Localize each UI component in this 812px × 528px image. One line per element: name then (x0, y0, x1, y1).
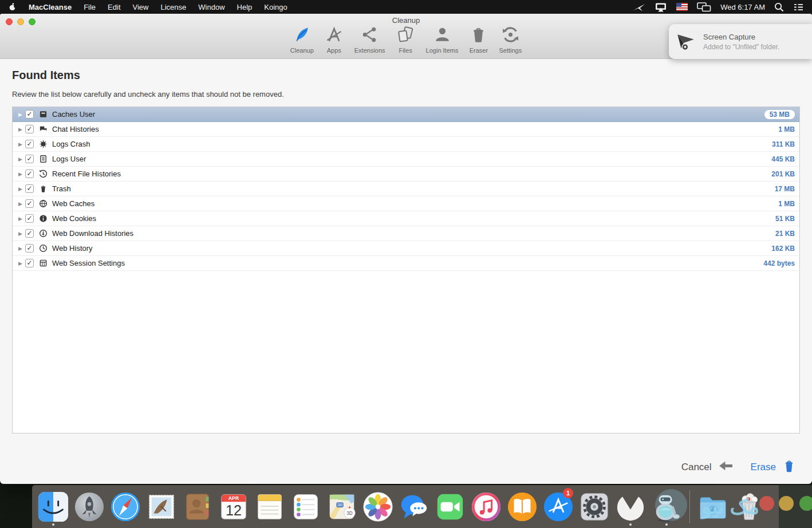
toolbar-files[interactable]: Files (395, 25, 416, 54)
toolbar-cleanup[interactable]: Cleanup (289, 25, 315, 54)
list-row-web-cookies[interactable]: ▶✓Web Cookies51 KB (13, 211, 799, 226)
dock-notes-icon[interactable] (253, 488, 286, 526)
item-checkbox[interactable]: ✓ (25, 229, 34, 238)
dock-finder-icon[interactable] (37, 488, 70, 526)
list-row-caches-user[interactable]: ▶✓Caches User53 MB (13, 107, 799, 122)
menu-file[interactable]: File (84, 3, 96, 11)
dock-system-preferences-icon[interactable] (578, 488, 611, 526)
item-checkbox[interactable]: ✓ (25, 244, 34, 253)
item-label: Recent File Histories (52, 170, 771, 178)
dock-ibooks-icon[interactable] (506, 488, 539, 526)
item-checkbox[interactable]: ✓ (25, 199, 34, 208)
dock-messages-icon[interactable] (397, 488, 431, 526)
item-size: 445 KB (771, 155, 795, 163)
archive-icon (38, 110, 48, 119)
chat-icon (38, 125, 48, 134)
spotlight-search-icon[interactable] (774, 2, 784, 12)
dock-calendar-icon[interactable]: APR12 (217, 488, 250, 526)
toolbar-extensions[interactable]: Extensions (353, 25, 387, 54)
disclosure-triangle-icon[interactable]: ▶ (15, 216, 25, 222)
list-row-chat-histories[interactable]: ▶✓Chat Histories1 MB (13, 122, 799, 137)
list-row-trash[interactable]: ▶✓Trash17 MB (13, 182, 799, 196)
download-icon (38, 229, 48, 238)
item-size: 21 KB (775, 230, 795, 238)
cancel-button[interactable]: Cancel (681, 460, 734, 475)
notification-banner[interactable]: Screen Capture Added to "Unfiled" folder… (669, 24, 812, 59)
dock-reminders-icon[interactable] (289, 488, 322, 526)
screen-capture-bird-icon[interactable] (633, 2, 645, 12)
disclosure-triangle-icon[interactable]: ▶ (15, 141, 25, 147)
item-label: Logs Crash (52, 140, 772, 148)
dock: APR122803D1 (32, 485, 812, 528)
item-checkbox[interactable]: ✓ (25, 184, 34, 193)
dock-trash-full-icon[interactable] (732, 488, 766, 526)
toolbar-label: Files (399, 47, 412, 54)
disclosure-triangle-icon[interactable]: ▶ (15, 231, 25, 237)
disclosure-triangle-icon[interactable]: ▶ (15, 127, 25, 132)
apple-menu-icon[interactable] (8, 2, 17, 11)
item-checkbox[interactable]: ✓ (25, 170, 34, 178)
list-row-web-caches[interactable]: ▶✓Web Caches1 MB (13, 196, 799, 211)
menu-app-name[interactable]: MacCleanse (29, 3, 72, 11)
dock-downloads-icon[interactable] (696, 488, 730, 526)
dock-app-store-icon[interactable]: 1 (542, 488, 575, 526)
toolbar-login-items[interactable]: Login Items (425, 25, 460, 54)
menubar-clock[interactable]: Wed 6:17 AM (720, 3, 765, 11)
disclosure-triangle-icon[interactable]: ▶ (15, 186, 25, 192)
item-label: Web History (52, 244, 771, 253)
notification-title: Screen Capture (703, 33, 779, 41)
maccleanse-window: Cleanup CleanupAppsExtensionsFilesLogin … (0, 14, 812, 484)
us-flag-icon[interactable] (676, 3, 688, 11)
screen-mirroring-icon[interactable] (697, 2, 711, 12)
toolbar-apps[interactable]: Apps (324, 25, 345, 54)
svg-text:3D: 3D (346, 511, 353, 516)
disclosure-triangle-icon[interactable]: ▶ (15, 201, 25, 207)
item-checkbox[interactable]: ✓ (25, 110, 34, 119)
disclosure-triangle-icon[interactable]: ▶ (15, 156, 25, 162)
disclosure-triangle-icon[interactable]: ▶ (15, 246, 25, 251)
menu-license[interactable]: License (160, 3, 186, 11)
item-checkbox[interactable]: ✓ (25, 214, 34, 223)
dock-white-utility-icon[interactable] (614, 488, 647, 526)
menu-view[interactable]: View (133, 3, 149, 11)
disclosure-triangle-icon[interactable]: ▶ (15, 261, 25, 266)
dock-mail-icon[interactable] (145, 488, 178, 526)
toolbar-label: Cleanup (290, 47, 314, 54)
menu-edit[interactable]: Edit (108, 3, 120, 11)
list-row-logs-user[interactable]: ▶✓Logs User445 KB (13, 152, 799, 167)
disclosure-triangle-icon[interactable]: ▶ (15, 112, 25, 117)
item-checkbox[interactable]: ✓ (25, 140, 34, 148)
dock-facetime-icon[interactable] (433, 488, 467, 526)
menu-help[interactable]: Help (237, 3, 253, 11)
notification-center-icon[interactable] (793, 3, 804, 11)
item-label: Logs User (52, 155, 771, 163)
dock-itunes-icon[interactable] (470, 488, 503, 526)
list-row-web-download-histories[interactable]: ▶✓Web Download Histories21 KB (13, 226, 799, 241)
dock-contacts-icon[interactable] (181, 488, 214, 526)
item-label: Trash (52, 184, 775, 193)
dock-launchpad-icon[interactable] (73, 488, 106, 526)
list-row-recent-file-histories[interactable]: ▶✓Recent File Histories201 KB (13, 167, 799, 182)
item-checkbox[interactable]: ✓ (25, 155, 34, 163)
disclosure-triangle-icon[interactable]: ▶ (15, 171, 25, 177)
list-row-web-session-settings[interactable]: ▶✓Web Session Settings442 bytes (13, 256, 799, 271)
menu-koingo[interactable]: Koingo (264, 3, 287, 11)
item-checkbox[interactable]: ✓ (25, 125, 34, 133)
item-size: 51 KB (775, 215, 795, 223)
menu-window[interactable]: Window (198, 3, 224, 11)
dock-safari-icon[interactable] (109, 488, 142, 526)
dock-badge: 1 (563, 488, 573, 498)
erase-button[interactable]: Erase (751, 459, 796, 476)
item-label: Web Cookies (52, 214, 775, 223)
toolbar-settings[interactable]: Settings (498, 25, 523, 54)
list-row-logs-crash[interactable]: ▶✓Logs Crash311 KB (13, 137, 799, 152)
dock-photos-icon[interactable] (361, 488, 395, 526)
dock-maps-icon[interactable]: 2803D (325, 488, 358, 526)
item-checkbox[interactable]: ✓ (25, 259, 34, 267)
list-row-web-history[interactable]: ▶✓Web History162 KB (13, 241, 799, 256)
dock-maccleanse-robot-icon[interactable] (650, 488, 683, 526)
airplay-display-icon[interactable] (655, 2, 667, 12)
toolbar-eraser[interactable]: Eraser (468, 25, 489, 54)
erase-label: Erase (751, 462, 776, 473)
svg-text:280: 280 (337, 503, 343, 507)
